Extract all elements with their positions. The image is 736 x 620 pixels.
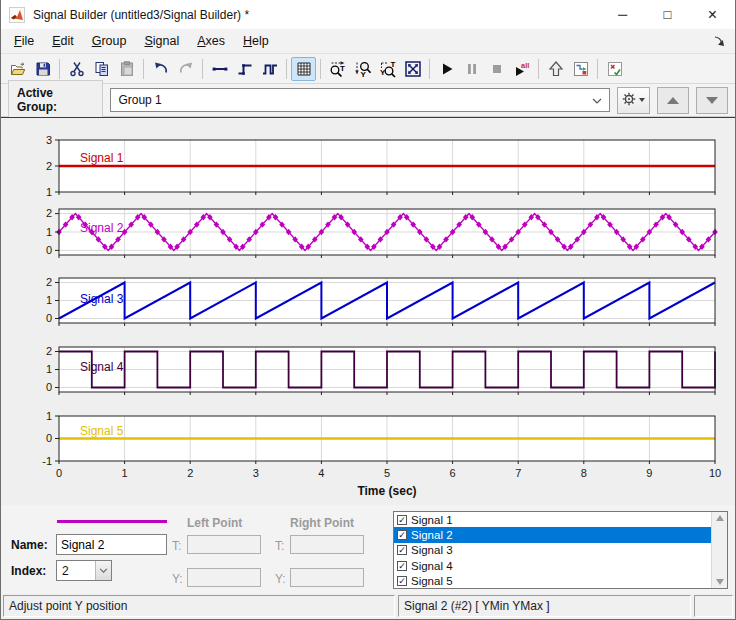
checkbox-icon[interactable]: ✓ bbox=[397, 561, 407, 571]
svg-text:0: 0 bbox=[46, 312, 52, 324]
left-point-label: Left Point bbox=[187, 516, 242, 530]
matlab-app-icon bbox=[9, 7, 25, 23]
copy-button[interactable] bbox=[89, 57, 114, 81]
output-settings-button[interactable] bbox=[602, 57, 627, 81]
zoom-t-button[interactable]: T bbox=[325, 57, 350, 81]
open-icon bbox=[9, 60, 27, 78]
statusbar: Adjust point Y position Signal 2 (#2) [ … bbox=[1, 593, 735, 619]
constant-segment-button[interactable] bbox=[207, 57, 232, 81]
right-point-label: Right Point bbox=[290, 516, 354, 530]
menu-group[interactable]: Group bbox=[83, 31, 136, 51]
signal-plots[interactable]: 321Signal 1210Signal 2210Signal 3210Sign… bbox=[1, 118, 735, 505]
checkbox-icon[interactable]: ✓ bbox=[397, 530, 407, 540]
zoom-y-icon: Y bbox=[354, 60, 372, 78]
svg-text:2: 2 bbox=[46, 160, 52, 172]
signal-name-input[interactable] bbox=[56, 534, 167, 555]
right-point-t-input bbox=[290, 535, 364, 554]
open-button[interactable] bbox=[5, 57, 30, 81]
checkbox-icon[interactable]: ✓ bbox=[397, 545, 407, 555]
signal-list-item[interactable]: ✓Signal 1 bbox=[394, 512, 727, 527]
menu-file[interactable]: File bbox=[5, 31, 43, 51]
dropdown-arrow-icon bbox=[639, 98, 645, 102]
grid-icon bbox=[295, 60, 313, 78]
index-dropdown[interactable]: 2 bbox=[56, 560, 112, 581]
run-button[interactable] bbox=[434, 57, 459, 81]
svg-text:Signal 1: Signal 1 bbox=[80, 151, 124, 165]
simulink-model-button[interactable] bbox=[568, 57, 593, 81]
menu-edit[interactable]: Edit bbox=[43, 31, 83, 51]
save-button[interactable] bbox=[30, 57, 55, 81]
svg-text:1: 1 bbox=[46, 186, 52, 198]
maximize-button[interactable]: □ bbox=[645, 0, 690, 29]
up-to-parent-button[interactable] bbox=[543, 57, 568, 81]
checkbox-icon[interactable]: ✓ bbox=[397, 515, 407, 525]
svg-text:Signal 3: Signal 3 bbox=[80, 292, 124, 306]
fit-view-button[interactable] bbox=[400, 57, 425, 81]
signal-properties-panel: Name: Index: 2 Left Point T: Y: Right Po… bbox=[1, 505, 735, 593]
svg-text:3: 3 bbox=[253, 467, 259, 479]
fit-view-icon bbox=[404, 60, 422, 78]
scroll-down-icon[interactable] bbox=[716, 579, 724, 585]
run-all-button[interactable]: all bbox=[509, 57, 534, 81]
svg-text:2: 2 bbox=[46, 207, 52, 219]
active-group-value: Group 1 bbox=[118, 93, 161, 107]
svg-text:5: 5 bbox=[384, 467, 390, 479]
name-label: Name: bbox=[11, 538, 48, 552]
listbox-scrollbar[interactable] bbox=[711, 512, 727, 588]
pause-icon bbox=[463, 60, 481, 78]
svg-text:Time (sec): Time (sec) bbox=[357, 484, 416, 498]
minimize-button[interactable]: ─ bbox=[600, 0, 645, 29]
copy-icon bbox=[93, 60, 111, 78]
move-group-up-button bbox=[657, 87, 689, 114]
menu-signal[interactable]: Signal bbox=[135, 31, 188, 51]
paste-button bbox=[114, 57, 139, 81]
left-point-y-input bbox=[187, 568, 261, 587]
index-label: Index: bbox=[11, 564, 46, 578]
signal-listbox[interactable]: ✓Signal 1✓Signal 2✓Signal 3✓Signal 4✓Sig… bbox=[393, 511, 728, 589]
signal-list-item[interactable]: ✓Signal 3 bbox=[394, 543, 727, 558]
status-selection: Signal 2 (#2) [ YMin YMax ] bbox=[398, 595, 691, 617]
cut-button[interactable] bbox=[64, 57, 89, 81]
signal-list-item[interactable]: ✓Signal 5 bbox=[394, 574, 727, 589]
dock-figure-icon[interactable] bbox=[713, 35, 725, 47]
svg-text:8: 8 bbox=[581, 467, 587, 479]
simulink-model-icon bbox=[572, 60, 590, 78]
svg-text:2: 2 bbox=[46, 276, 52, 288]
active-group-combobox[interactable]: Group 1 bbox=[110, 88, 610, 112]
grid-button[interactable] bbox=[291, 57, 316, 81]
scroll-up-icon[interactable] bbox=[716, 515, 724, 521]
plot-panel: 321Signal 1210Signal 2210Signal 3210Sign… bbox=[1, 117, 735, 505]
signal-list-item[interactable]: ✓Signal 2 bbox=[394, 527, 727, 542]
signal-list-label: Signal 2 bbox=[411, 529, 453, 541]
checkbox-icon[interactable]: ✓ bbox=[397, 576, 407, 586]
pause-button bbox=[459, 57, 484, 81]
svg-text:1: 1 bbox=[46, 363, 52, 375]
menu-axes[interactable]: Axes bbox=[188, 31, 234, 51]
svg-text:-1: -1 bbox=[42, 455, 52, 467]
index-value: 2 bbox=[62, 564, 69, 578]
pulse-signal-button[interactable] bbox=[257, 57, 282, 81]
svg-text:Y: Y bbox=[360, 70, 366, 78]
right-t-label: T: bbox=[275, 539, 284, 553]
group-settings-button[interactable] bbox=[617, 87, 649, 114]
zoom-t-icon: T bbox=[329, 60, 347, 78]
zoom-ty-button[interactable]: TY bbox=[375, 57, 400, 81]
svg-text:9: 9 bbox=[646, 467, 652, 479]
output-settings-icon bbox=[606, 60, 624, 78]
signal-list-label: Signal 3 bbox=[411, 544, 453, 556]
undo-button[interactable] bbox=[148, 57, 173, 81]
signal-list-item[interactable]: ✓Signal 4 bbox=[394, 558, 727, 573]
menu-help[interactable]: Help bbox=[234, 31, 278, 51]
constant-segment-icon bbox=[211, 60, 229, 78]
svg-text:all: all bbox=[521, 61, 529, 70]
right-point-y-input bbox=[290, 568, 364, 587]
window-title: Signal Builder (untitled3/Signal Builder… bbox=[33, 8, 249, 22]
status-message: Adjust point Y position bbox=[3, 595, 395, 617]
step-signal-icon bbox=[236, 60, 254, 78]
step-signal-button[interactable] bbox=[232, 57, 257, 81]
close-button[interactable]: × bbox=[690, 0, 735, 29]
svg-text:Signal 2: Signal 2 bbox=[80, 221, 124, 235]
right-y-label: Y: bbox=[275, 572, 286, 586]
zoom-y-button[interactable]: Y bbox=[350, 57, 375, 81]
zoom-ty-icon: TY bbox=[379, 60, 397, 78]
